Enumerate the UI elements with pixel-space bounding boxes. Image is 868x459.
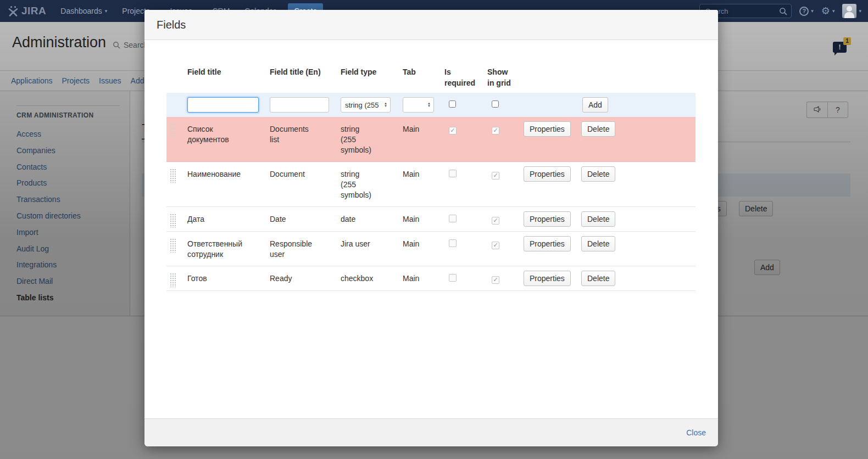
required-checkbox xyxy=(449,170,457,177)
settings-menu[interactable]: ⚙ ▾ xyxy=(821,6,835,16)
column-header: Show in grid xyxy=(487,66,524,88)
required-checkbox xyxy=(449,239,457,247)
grid-checkbox xyxy=(492,276,499,284)
chevron-down-icon: ▾ xyxy=(105,8,108,14)
jira-logo[interactable]: JIRA xyxy=(8,5,46,17)
tab-select[interactable]: ▲▼ xyxy=(403,97,434,113)
chevron-down-icon: ▾ xyxy=(859,8,861,14)
grid-checkbox xyxy=(492,127,499,135)
cell-en: Responsible user xyxy=(270,232,341,266)
fields-table-rows: Список документовDocuments liststring (2… xyxy=(166,117,695,291)
table-row: Список документовDocuments liststring (2… xyxy=(166,117,695,162)
fields-dialog-footer: Close xyxy=(144,418,718,446)
show-in-grid-checkbox[interactable] xyxy=(492,100,499,108)
column-header: Field title (En) xyxy=(270,66,341,77)
user-menu[interactable]: ▾ xyxy=(842,4,861,18)
nav-item-label: Dashboards xyxy=(60,7,102,15)
field-type-select[interactable]: string (255▲▼ xyxy=(341,97,391,113)
fields-dialog-header: Fields xyxy=(144,10,718,40)
cell-title: Готов xyxy=(187,266,270,290)
properties-button[interactable]: Properties xyxy=(524,166,571,182)
drag-handle-icon[interactable] xyxy=(170,238,176,253)
drag-handle-icon[interactable] xyxy=(170,124,176,138)
cell-type: checkbox xyxy=(341,266,403,290)
drag-handle-icon[interactable] xyxy=(170,273,176,287)
help-icon: ? xyxy=(799,7,809,16)
is-required-checkbox[interactable] xyxy=(449,100,456,108)
delete-button[interactable]: Delete xyxy=(581,121,615,137)
delete-button[interactable]: Delete xyxy=(581,211,615,227)
properties-button[interactable]: Properties xyxy=(524,211,571,227)
cell-en: Documents list xyxy=(270,117,341,151)
cell-title: Наименование xyxy=(187,162,270,186)
cell-en: Date xyxy=(270,207,341,231)
cell-en: Ready xyxy=(270,266,341,290)
table-row: НаименованиеDocumentstring (255 symbols)… xyxy=(166,162,695,207)
select-arrows-icon: ▲▼ xyxy=(427,102,431,108)
cell-tab: Main xyxy=(403,162,444,186)
required-checkbox xyxy=(449,215,457,222)
column-header: Tab xyxy=(403,66,444,77)
gear-icon: ⚙ xyxy=(821,6,830,16)
cell-type: Jira user xyxy=(341,232,403,255)
search-icon xyxy=(779,7,787,15)
fields-add-row: string (255▲▼ ▲▼ Add xyxy=(166,93,695,117)
avatar xyxy=(842,4,856,18)
fields-table-header: Field titleField title (En)Field typeTab… xyxy=(166,66,695,93)
required-checkbox xyxy=(449,127,457,135)
column-header: Is required xyxy=(444,66,487,88)
cell-type: string (255 symbols) xyxy=(341,162,403,206)
help-menu[interactable]: ? ▾ xyxy=(799,7,814,16)
table-row: ГотовReadycheckboxMainPropertiesDelete xyxy=(166,266,695,291)
cell-tab: Main xyxy=(403,232,444,255)
cell-tab: Main xyxy=(403,207,444,231)
column-header: Field type xyxy=(341,66,403,77)
nav-item-dashboards[interactable]: Dashboards▾ xyxy=(60,7,107,15)
delete-button[interactable]: Delete xyxy=(581,236,615,251)
properties-button[interactable]: Properties xyxy=(524,121,571,137)
properties-button[interactable]: Properties xyxy=(524,271,571,286)
cell-title: Список документов xyxy=(187,117,270,151)
fields-dialog: Fields Field titleField title (En)Field … xyxy=(144,10,718,446)
field-title-input[interactable] xyxy=(187,97,259,113)
cell-en: Document xyxy=(270,162,341,186)
properties-button[interactable]: Properties xyxy=(524,236,571,251)
field-title-en-input[interactable] xyxy=(270,97,329,113)
nav-right: ? ▾ ⚙ ▾ ▾ xyxy=(699,0,861,22)
fields-dialog-body: Field titleField title (En)Field typeTab… xyxy=(144,41,718,418)
select-arrows-icon: ▲▼ xyxy=(384,102,387,108)
jira-logo-icon xyxy=(8,5,19,16)
delete-button[interactable]: Delete xyxy=(581,166,615,182)
table-row: Ответственный сотрудникResponsible userJ… xyxy=(166,232,695,266)
table-row: ДатаDatedateMainPropertiesDelete xyxy=(166,207,695,232)
required-checkbox xyxy=(449,274,457,282)
close-button[interactable]: Close xyxy=(686,428,706,437)
delete-button[interactable]: Delete xyxy=(581,271,615,286)
grid-checkbox xyxy=(492,217,499,225)
grid-checkbox xyxy=(492,242,499,249)
cell-type: date xyxy=(341,207,403,231)
add-field-button[interactable]: Add xyxy=(582,97,608,113)
drag-handle-icon[interactable] xyxy=(170,214,176,228)
dialog-title: Fields xyxy=(157,19,186,31)
jira-logo-text: JIRA xyxy=(21,5,46,17)
chevron-down-icon: ▾ xyxy=(811,8,814,14)
column-header: Field title xyxy=(187,66,270,77)
grid-checkbox xyxy=(492,172,499,180)
chevron-down-icon: ▾ xyxy=(832,8,835,14)
cell-tab: Main xyxy=(403,266,444,290)
cell-title: Ответственный сотрудник xyxy=(187,232,270,266)
drag-handle-icon[interactable] xyxy=(170,169,176,183)
cell-tab: Main xyxy=(403,117,444,141)
cell-title: Дата xyxy=(187,207,270,231)
cell-type: string (255 symbols) xyxy=(341,117,403,161)
